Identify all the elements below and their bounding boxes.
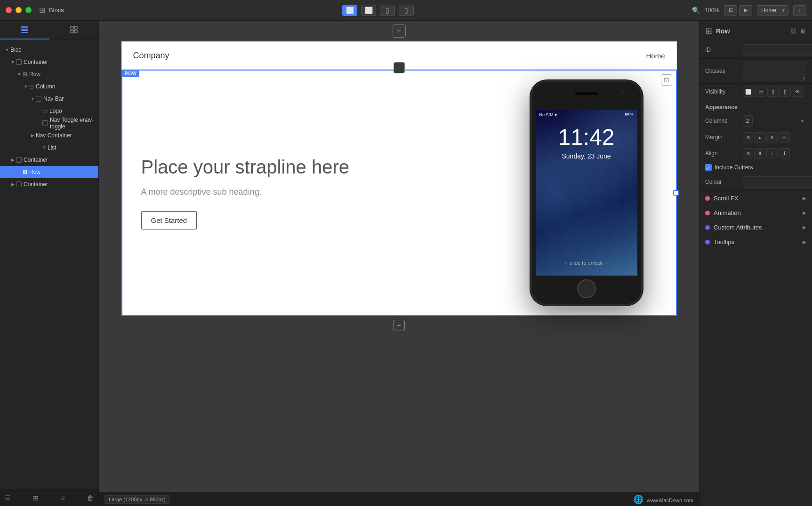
- title-bar: ⊞ Blocs ⬜ ⬜ ▯ ▯ 🔍 100% ⊞ ▶ Home ↑: [0, 0, 812, 21]
- tree-toggle-container2[interactable]: ▶: [9, 157, 16, 163]
- logo-icon: ▭: [42, 108, 48, 114]
- add-bottom-icon[interactable]: +: [394, 320, 405, 331]
- visibility-tablet-l-button[interactable]: ▭: [755, 87, 766, 97]
- tree-checkbox-navbar[interactable]: [36, 96, 41, 102]
- tree-toggle-row1[interactable]: ▼: [16, 71, 23, 78]
- tree-item-navbar[interactable]: ▼ Nav Bar: [0, 93, 98, 105]
- add-bloc-bottom[interactable]: +: [99, 316, 699, 335]
- tree-checkbox-nav-toggle[interactable]: [42, 120, 48, 126]
- view-mode-button[interactable]: ⊞: [724, 5, 737, 16]
- preview-mode-button[interactable]: ▶: [739, 5, 752, 16]
- tree-item-nav-container[interactable]: ▶ Nav Container: [0, 129, 98, 142]
- main-layout: ▼ Bloc ▼ Container ▼ ⊞ Row ▼ ⊟ Column: [0, 21, 812, 506]
- minimize-button[interactable]: [16, 7, 22, 13]
- tree-item-row1[interactable]: ▼ ⊞ Row: [0, 68, 98, 80]
- align-top-button[interactable]: ⬆: [754, 148, 765, 158]
- device-tablet-landscape-button[interactable]: ⬜: [361, 5, 376, 16]
- margin-center-button[interactable]: ▾: [766, 132, 778, 142]
- svg-rect-3: [71, 26, 73, 29]
- column-icon: ⊟: [29, 83, 34, 90]
- align-bottom-button[interactable]: ⬇: [779, 148, 790, 158]
- list-icon: ≡: [42, 144, 46, 151]
- columns-select[interactable]: 2 1 3 4: [743, 115, 753, 126]
- layers-tab[interactable]: [0, 21, 49, 40]
- tooltips-label: Tooltips: [714, 238, 803, 245]
- tree-toggle-container3[interactable]: ▶: [9, 181, 16, 188]
- scroll-fx-row[interactable]: Scroll FX ▶: [699, 191, 812, 206]
- list-view-button[interactable]: ≡: [61, 494, 65, 502]
- align-row: Align ✕ ⬆ ↕ ⬇: [699, 145, 812, 161]
- tree-item-bloc[interactable]: ▼ Bloc: [0, 44, 98, 56]
- row-resize-handle[interactable]: [673, 190, 679, 196]
- hamburger-menu-button[interactable]: ☰: [5, 494, 11, 502]
- tree-item-nav-toggle[interactable]: ▶ Nav Toggle #nav-toggle: [0, 117, 98, 129]
- grid-view-button[interactable]: ⊞: [33, 494, 39, 502]
- appearance-section: Appearance Columns 2 1 3 4 Margin ✕: [699, 100, 812, 191]
- add-between-icon[interactable]: +: [394, 62, 405, 73]
- tooltips-arrow: ▶: [803, 239, 806, 245]
- margin-row: Margin ✕ ▴ ▾ ⊣: [699, 129, 812, 145]
- colour-input[interactable]: No Colour Set: [743, 176, 812, 188]
- visibility-desktop-button[interactable]: ⬜: [743, 87, 754, 97]
- align-middle-button[interactable]: ↕: [766, 148, 778, 158]
- tree-item-container1[interactable]: ▼ Container: [0, 56, 98, 68]
- nav-home-link[interactable]: Home: [646, 52, 665, 60]
- panel-icon: ⊞: [705, 26, 712, 36]
- tree-toggle-nav-container[interactable]: ▶: [29, 132, 36, 139]
- custom-attributes-label: Custom Attributes: [714, 224, 803, 231]
- device-desktop-button[interactable]: ⬜: [342, 5, 357, 16]
- visibility-tablet-p-button[interactable]: ▯: [767, 87, 779, 97]
- margin-top-button[interactable]: ▴: [754, 132, 765, 142]
- visibility-eye-button[interactable]: 👁: [792, 87, 803, 97]
- row-settings-icon[interactable]: ⊡: [661, 74, 672, 86]
- assets-tab[interactable]: [49, 21, 99, 40]
- mobile-icon: ▯: [404, 7, 408, 14]
- custom-attributes-row[interactable]: Custom Attributes ▶: [699, 220, 812, 235]
- tree-checkbox-container2[interactable]: [16, 157, 22, 163]
- search-button[interactable]: 🔍: [692, 7, 700, 14]
- margin-x-button[interactable]: ✕: [743, 132, 753, 142]
- tree-item-container2[interactable]: ▶ Container: [0, 154, 98, 166]
- tree-item-container3[interactable]: ▶ Container: [0, 178, 98, 190]
- panel-copy-button[interactable]: ⧉: [791, 27, 796, 35]
- tree-toggle-bloc[interactable]: ▼: [4, 47, 10, 53]
- get-started-button[interactable]: Get Started: [141, 211, 197, 229]
- add-bloc-top[interactable]: +: [99, 21, 699, 41]
- tree-item-logo[interactable]: ▶ ▭ Logo: [0, 105, 98, 117]
- phone-date: Sunday, 23 June: [536, 152, 637, 160]
- close-button[interactable]: [6, 7, 12, 13]
- svg-rect-6: [74, 30, 77, 33]
- page-selector[interactable]: Home: [757, 5, 788, 16]
- tree-toggle-navbar[interactable]: ▼: [29, 95, 36, 102]
- maximize-button[interactable]: [25, 7, 32, 13]
- device-mobile-button[interactable]: ▯: [399, 5, 414, 16]
- publish-button[interactable]: ↑: [793, 5, 806, 16]
- gutters-label: Include Gutters: [715, 164, 753, 171]
- visibility-controls: ⬜ ▭ ▯ ▯ 👁: [743, 87, 803, 97]
- scroll-fx-arrow: ▶: [803, 196, 806, 201]
- gutters-checkbox[interactable]: ✓: [705, 164, 712, 171]
- device-tablet-portrait-button[interactable]: ▯: [380, 5, 395, 16]
- hero-left-column: Place your strapline here A more descrip…: [122, 128, 497, 258]
- tooltips-row[interactable]: Tooltips ▶: [699, 235, 812, 249]
- tree-checkbox-container3[interactable]: [16, 182, 22, 187]
- margin-bottom-button[interactable]: ⊣: [779, 132, 790, 142]
- tree-item-list[interactable]: ▶ ≡ List: [0, 142, 98, 154]
- id-input[interactable]: [743, 44, 812, 55]
- svg-rect-0: [21, 26, 28, 28]
- delete-item-button[interactable]: 🗑: [87, 494, 94, 502]
- hero-right-column: No SIM ● 55% 11:42 Sunday, 23 June ‹ sli…: [497, 71, 676, 315]
- panel-delete-button[interactable]: 🗑: [800, 27, 806, 35]
- id-label: ID: [705, 47, 739, 53]
- classes-input[interactable]: [743, 62, 806, 80]
- tree-checkbox-container1[interactable]: [16, 59, 22, 65]
- tree-item-column[interactable]: ▼ ⊟ Column: [0, 80, 98, 93]
- tree-toggle-container1[interactable]: ▼: [9, 59, 16, 65]
- tree-item-row-selected[interactable]: ▶ ⊞ Row: [0, 166, 98, 178]
- align-x-button[interactable]: ✕: [743, 148, 753, 158]
- visibility-mobile-button[interactable]: ▯: [780, 87, 791, 97]
- tree-toggle-column[interactable]: ▼: [23, 83, 29, 90]
- add-top-icon[interactable]: +: [393, 24, 406, 38]
- animation-row[interactable]: Animation ▶: [699, 206, 812, 220]
- left-panel-bottom: ☰ ⊞ ≡ 🗑: [0, 489, 98, 506]
